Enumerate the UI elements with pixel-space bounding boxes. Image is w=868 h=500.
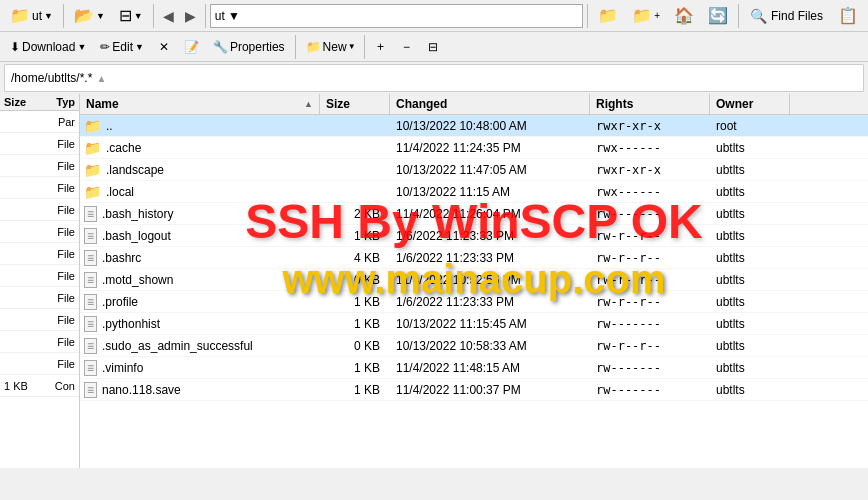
list-item: File [0,353,79,375]
rename-btn[interactable]: 📝 [178,34,205,60]
sort-arrow-name: ▲ [304,99,313,109]
file-changed-cell: 10/13/2022 10:48:00 AM [390,118,590,134]
file-changed-cell: 1/6/2022 11:23:33 PM [390,228,590,244]
home-btn[interactable]: 🏠 [668,3,700,29]
file-size-cell: 1 KB [320,360,390,376]
back-btn[interactable]: ◀ [158,5,179,27]
file-changed-cell: 11/4/2022 10:52:56 PM [390,272,590,288]
file-rights-cell: rwxr-xr-x [590,118,710,134]
table-row[interactable]: ≡ .bash_logout 1 KB 1/6/2022 11:23:33 PM… [80,225,868,247]
home-icon: 🏠 [674,6,694,25]
file-name-cell: 📁 .. [80,117,320,135]
file-icon: ≡ [84,272,97,288]
sort-arrow: ▲ [96,73,106,84]
file-icon: ≡ [84,360,97,376]
properties-btn[interactable]: 🔧 Properties [207,34,291,60]
download-btn[interactable]: ⬇ Download ▼ [4,34,92,60]
separator2 [153,4,154,28]
filter-btn[interactable]: ⊟ ▼ [113,3,149,29]
left-type: File [57,292,75,304]
nav-arrows: ◀ ▶ [158,5,201,27]
file-name: .bashrc [102,251,141,265]
left-type: File [57,314,75,326]
open-folder-btn[interactable]: 📂 ▼ [68,3,111,29]
table-row[interactable]: ≡ .profile 1 KB 1/6/2022 11:23:33 PM rw-… [80,291,868,313]
list-item: File [0,155,79,177]
left-panel: Size Typ Par File File File File File Fi… [0,94,80,468]
file-icon: ≡ [84,250,97,266]
session-dropdown[interactable]: 📁 ut ▼ [4,3,59,29]
file-changed-cell: 11/4/2022 11:00:37 PM [390,382,590,398]
table-row[interactable]: ≡ .bash_history 2 KB 11/4/2022 11:26:04 … [80,203,868,225]
refresh-btn[interactable]: 🔄 [702,3,734,29]
list-item: File [0,265,79,287]
folder-icon: 📁 [84,162,101,178]
table-row[interactable]: ≡ .viminfo 1 KB 11/4/2022 11:48:15 AM rw… [80,357,868,379]
edit-btn[interactable]: ✏ Edit ▼ [94,34,150,60]
file-changed-cell: 11/4/2022 11:48:15 AM [390,360,590,376]
file-changed-cell: 1/6/2022 11:23:33 PM [390,250,590,266]
file-name: .motd_shown [102,273,173,287]
properties-icon: 🔧 [213,40,228,54]
rename-icon: 📝 [184,40,199,54]
filter-panel-btn[interactable]: ⊟ [421,34,445,60]
chevron-down-icon: ▼ [44,11,53,21]
file-changed-cell: 10/13/2022 11:15:45 AM [390,316,590,332]
file-name: .. [106,119,113,133]
download-icon: ⬇ [10,40,20,54]
col-header-owner[interactable]: Owner [710,94,790,114]
bookmarks-btn[interactable]: 📁 [592,3,624,29]
new-btn[interactable]: 📁 New [300,34,360,60]
file-name: .landscape [106,163,164,177]
remove-panel-btn[interactable]: − [395,34,419,60]
table-row[interactable]: ≡ .pythonhist 1 KB 10/13/2022 11:15:45 A… [80,313,868,335]
file-size-cell [320,191,390,193]
table-row[interactable]: ≡ nano.118.save 1 KB 11/4/2022 11:00:37 … [80,379,868,401]
delete-icon: ✕ [159,40,169,54]
path-bar[interactable]: /home/ubtlts/*.* ▲ [4,64,864,92]
forward-btn[interactable]: ▶ [180,5,201,27]
edit-icon: ✏ [100,40,110,54]
file-changed-cell: 10/13/2022 10:58:33 AM [390,338,590,354]
find-files-btn[interactable]: 🔍 Find Files [743,5,830,27]
table-row[interactable]: 📁 .cache 11/4/2022 11:24:35 PM rwx------… [80,137,868,159]
file-changed-cell: 10/13/2022 11:15 AM [390,184,590,200]
file-rights-cell: rw-r--r-- [590,294,710,310]
file-rights-cell: rw-r--r-- [590,272,710,288]
file-rights-cell: rw-r--r-- [590,338,710,354]
file-name: .viminfo [102,361,143,375]
table-row[interactable]: ≡ .motd_shown 0 KB 11/4/2022 10:52:56 PM… [80,269,868,291]
delete-btn[interactable]: ✕ [152,34,176,60]
file-list-container[interactable]: Name ▲ Size Changed Rights Owner 📁 .. 10… [80,94,868,468]
table-row[interactable]: ≡ .bashrc 4 KB 1/6/2022 11:23:33 PM rw-r… [80,247,868,269]
file-rows-container: 📁 .. 10/13/2022 10:48:00 AM rwxr-xr-x ro… [80,115,868,401]
col-header-rights[interactable]: Rights [590,94,710,114]
address-bar[interactable]: ut ▼ [210,4,583,28]
col-header-name[interactable]: Name ▲ [80,94,320,114]
separator3 [205,4,206,28]
left-type: Par [58,116,75,128]
separator4 [587,4,588,28]
left-type-header: Typ [52,94,79,110]
left-col-header: Size Typ [0,94,79,111]
file-name: .sudo_as_admin_successful [102,339,253,353]
plus-icon: + [654,10,660,21]
file-size-cell: 0 KB [320,272,390,288]
new-folder-btn[interactable]: 📁 + [626,3,666,29]
table-row[interactable]: 📁 .local 10/13/2022 11:15 AM rwx------ u… [80,181,868,203]
file-size-cell [320,125,390,127]
file-name: .local [106,185,134,199]
refresh-icon: 🔄 [708,6,728,25]
file-rights-cell: rwxr-xr-x [590,162,710,178]
file-owner-cell: ubtlts [710,140,790,156]
extra-btn[interactable]: 📋 [832,3,864,29]
table-row[interactable]: 📁 .. 10/13/2022 10:48:00 AM rwxr-xr-x ro… [80,115,868,137]
col-header-changed[interactable]: Changed [390,94,590,114]
table-row[interactable]: 📁 .landscape 10/13/2022 11:47:05 AM rwxr… [80,159,868,181]
table-row[interactable]: ≡ .sudo_as_admin_successful 0 KB 10/13/2… [80,335,868,357]
file-size-cell [320,169,390,171]
col-header-size[interactable]: Size [320,94,390,114]
add-panel-btn[interactable]: + [369,34,393,60]
new-label: New [323,40,347,54]
file-owner-cell: ubtlts [710,228,790,244]
